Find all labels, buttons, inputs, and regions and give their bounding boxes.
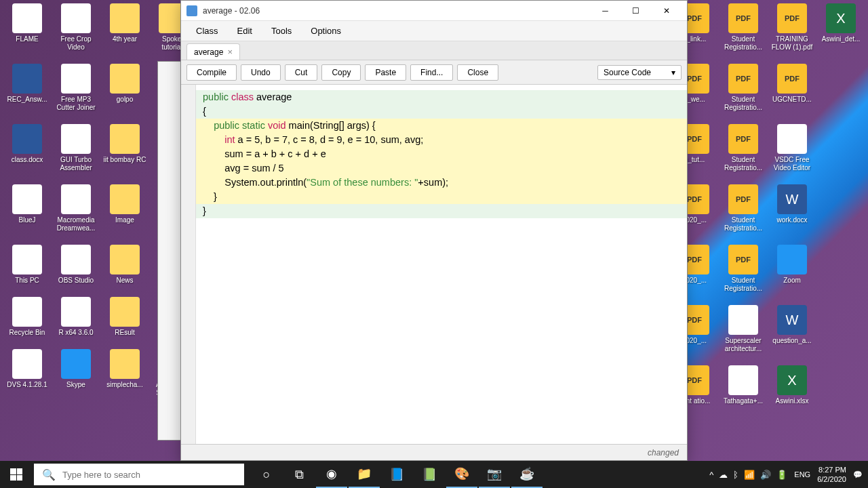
desktop-icons-right: PDFe_link...PDFStudent Registratio...PDF… — [673, 3, 863, 405]
paint-icon[interactable]: 🎨 — [446, 461, 477, 488]
desktop-icon[interactable]: PDFUGCNETD... — [770, 64, 814, 112]
desktop-icon[interactable]: PDFStudent Registratio... — [722, 124, 765, 172]
desktop-icon-label: REsult — [115, 329, 134, 337]
desktop-icon-image — [61, 64, 91, 94]
cortana-icon[interactable]: ○ — [251, 461, 282, 488]
desktop-icon[interactable]: iit bombay RC — [103, 124, 146, 172]
desktop-icon[interactable]: Superscaler architectur... — [722, 305, 765, 353]
desktop-icon[interactable]: Wwork.docx — [770, 184, 814, 232]
code-editor[interactable]: public class average { public static voi… — [181, 85, 687, 444]
desktop-icon[interactable]: BlueJ — [5, 184, 49, 232]
chevron-up-icon[interactable]: ^ — [709, 470, 713, 480]
task-view-icon[interactable]: ⧉ — [283, 461, 315, 488]
desktop-icon-label: R x64 3.6.0 — [58, 329, 93, 337]
desktop-icon[interactable]: Wquestion_a... — [770, 305, 814, 353]
desktop-icon[interactable]: Zoom — [770, 245, 814, 293]
desktop-icon[interactable]: PDFStudent Registratio... — [722, 245, 765, 293]
desktop-icon-label: Student Registratio... — [722, 156, 765, 172]
desktop-icon-image: PDF — [728, 64, 758, 94]
desktop-icon[interactable]: FLAME — [5, 3, 49, 52]
minimize-button[interactable]: ─ — [590, 1, 620, 20]
desktop-icon[interactable]: R x64 3.6.0 — [54, 297, 98, 337]
desktop-icon-image: PDF — [728, 3, 758, 33]
desktop-icon[interactable]: Free MP3 Cutter Joiner — [54, 64, 98, 112]
desktop-icon[interactable]: golpo — [103, 64, 146, 112]
desktop-icon-image: PDF — [728, 124, 758, 154]
desktop-icon[interactable]: GUI Turbo Assembler — [54, 124, 98, 172]
desktop-icon-image — [728, 305, 758, 335]
desktop-icon[interactable]: DVS 4.1.28.1 — [5, 349, 49, 397]
chrome-icon[interactable]: ◉ — [316, 461, 347, 488]
desktop-icon-label: Aswini.xlsx — [776, 397, 809, 405]
desktop-icon-image — [110, 184, 140, 214]
desktop-icon-image: W — [777, 305, 807, 335]
menu-options[interactable]: Options — [302, 23, 349, 39]
onedrive-icon[interactable]: ☁ — [719, 470, 728, 480]
desktop-icon-label: Free MP3 Cutter Joiner — [54, 96, 98, 112]
desktop-icon[interactable]: XAswini_det... — [819, 3, 863, 52]
desktop-icon-label: OBS Studio — [58, 277, 94, 285]
desktop-icon[interactable]: PDFStudent Registratio... — [722, 3, 765, 52]
language-indicator[interactable]: ENG — [794, 470, 810, 479]
desktop-icon[interactable]: News — [103, 245, 146, 285]
desktop-icon-label: BlueJ — [18, 216, 35, 224]
close-button[interactable]: ✕ — [651, 1, 682, 20]
desktop-icon-image: W — [777, 184, 807, 214]
find-button[interactable]: Find... — [410, 64, 453, 81]
desktop-icon[interactable]: REC_Answ... — [5, 64, 49, 112]
clock[interactable]: 8:27 PM 6/2/2020 — [817, 465, 846, 485]
desktop-icon[interactable]: Free Crop Video — [54, 3, 98, 52]
tab-average[interactable]: average × — [186, 43, 240, 60]
desktop-icon[interactable]: XAswini.xlsx — [770, 365, 814, 405]
code-content[interactable]: public class average { public static voi… — [196, 85, 687, 444]
app-icon-2[interactable]: 📗 — [414, 461, 445, 488]
desktop-icon-image: PDF — [777, 3, 807, 33]
desktop-icon-image — [110, 245, 140, 274]
desktop-icon-image: PDF — [728, 184, 758, 214]
desktop-icon[interactable]: PDFStudent Registratio... — [722, 64, 765, 112]
file-explorer-icon[interactable]: 📁 — [349, 461, 380, 488]
wifi-icon[interactable]: 📶 — [744, 470, 755, 480]
bluej-icon[interactable]: ☕ — [511, 461, 542, 488]
start-button[interactable] — [0, 461, 33, 488]
desktop-icon[interactable]: class.docx — [5, 124, 49, 172]
undo-button[interactable]: Undo — [241, 64, 281, 81]
notifications-icon[interactable]: 💬 — [853, 470, 863, 479]
taskbar-search[interactable]: 🔍 — [34, 464, 244, 485]
search-input[interactable] — [62, 470, 236, 480]
maximize-button[interactable]: ☐ — [620, 1, 651, 20]
close-button[interactable]: Close — [457, 64, 498, 81]
paste-button[interactable]: Paste — [365, 64, 406, 81]
compile-button[interactable]: Compile — [186, 64, 237, 81]
desktop-icon[interactable]: Macromedia Dreamwea... — [54, 184, 98, 232]
desktop-icon-image — [61, 124, 91, 154]
desktop-icon[interactable]: simplecha... — [103, 349, 146, 397]
camera-icon[interactable]: 📷 — [479, 461, 510, 488]
desktop-icon-label: work.docx — [776, 216, 807, 224]
desktop-icon[interactable]: REsult — [103, 297, 146, 337]
desktop-icon[interactable]: Tathagata+... — [722, 365, 765, 405]
desktop-icon[interactable]: PDFTRAINING FLOW (1).pdf — [770, 3, 814, 52]
tab-close-icon[interactable]: × — [227, 47, 233, 57]
desktop-icon[interactable]: Skype — [54, 349, 98, 397]
tray-icons[interactable]: ^ ☁ ᛒ 📶 🔊 🔋 — [709, 470, 787, 480]
desktop-icon-image — [110, 297, 140, 327]
bluetooth-icon[interactable]: ᛒ — [733, 470, 738, 480]
menu-edit[interactable]: Edit — [229, 23, 260, 39]
search-icon: 🔍 — [42, 468, 56, 481]
volume-icon[interactable]: 🔊 — [760, 470, 771, 480]
cut-button[interactable]: Cut — [285, 64, 318, 81]
desktop-icon[interactable]: Recycle Bin — [5, 297, 49, 337]
menu-tools[interactable]: Tools — [263, 23, 300, 39]
desktop-icon[interactable]: 4th year — [103, 3, 146, 52]
copy-button[interactable]: Copy — [321, 64, 361, 81]
desktop-icon[interactable]: Image — [103, 184, 146, 232]
menu-class[interactable]: Class — [188, 23, 226, 39]
desktop-icon[interactable]: VSDC Free Video Editor — [770, 124, 814, 172]
battery-icon[interactable]: 🔋 — [776, 470, 787, 480]
view-mode-select[interactable]: Source Code ▾ — [597, 65, 682, 80]
desktop-icon[interactable]: This PC — [5, 245, 49, 285]
desktop-icon[interactable]: OBS Studio — [54, 245, 98, 285]
app-icon-1[interactable]: 📘 — [381, 461, 412, 488]
desktop-icon[interactable]: PDFStudent Registratio... — [722, 184, 765, 232]
